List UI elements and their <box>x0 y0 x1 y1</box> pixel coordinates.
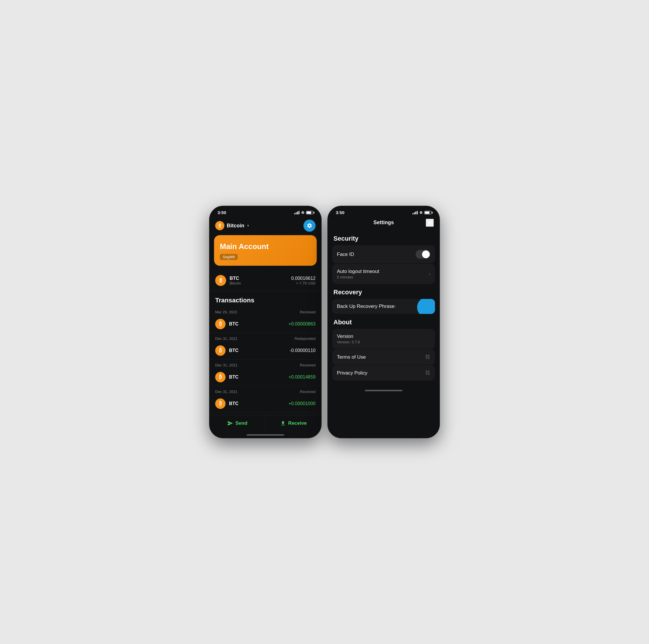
balance-amounts: 0.00016612 ≈ 7.79 USD <box>291 276 315 285</box>
tx-date-3: Dec 31, 2021Received <box>209 386 321 395</box>
link-icon: ⛓ <box>425 370 430 376</box>
tx-currency-label: BTC <box>229 375 239 380</box>
settings-item-recovery[interactable]: Back Up Recovery Phrase › <box>332 299 435 314</box>
tx-currency-label: BTC <box>229 321 239 327</box>
bitcoin-icon: ₿ <box>215 221 224 230</box>
tx-group-3: Dec 31, 2021Received ₿ BTC +0.00001000 <box>209 386 321 413</box>
balance-label: BTC <box>229 276 241 281</box>
tx-group-0: Mar 29, 2022Received ₿ BTC +0.00000863 <box>209 306 321 333</box>
wallet-header: ₿ Bitcoin ▾ <box>209 217 321 235</box>
left-phone: 3:50 ⊜ ₿ Bitcoin ▾ <box>209 206 321 438</box>
section-heading-2: About <box>334 318 434 326</box>
signal-icon <box>294 211 299 214</box>
item-main-2-1: Terms of Use <box>337 354 366 360</box>
settings-content: Security Face ID Auto logout timeout 5 m… <box>328 230 440 387</box>
bottom-bar: Send Receive <box>209 415 321 431</box>
tx-row-3[interactable]: ₿ BTC +0.00001000 <box>209 395 321 413</box>
tx-date-1: Dec 31, 2021Redeposited <box>209 333 321 342</box>
recovery-circle-decoration <box>417 299 435 314</box>
segwit-badge: SegWit <box>220 254 238 260</box>
settings-title: Settings <box>373 220 394 226</box>
link-icon: ⛓ <box>425 354 430 360</box>
wifi-icon-right: ⊜ <box>420 210 423 215</box>
battery-icon <box>306 211 313 214</box>
tx-btc-icon: ₿ <box>215 345 225 356</box>
tx-currency-label: BTC <box>229 401 239 406</box>
settings-item-0-1[interactable]: Auto logout timeout 5 minutes › <box>332 264 435 284</box>
home-indicator <box>247 434 284 436</box>
balance-labels: BTC Bitcoin <box>229 276 241 285</box>
time-right: 3:50 <box>336 210 344 215</box>
status-bar-right: 3:50 ⊜ <box>328 206 440 217</box>
signal-icon-right <box>413 211 418 214</box>
tx-row-0[interactable]: ₿ BTC +0.00000863 <box>209 315 321 333</box>
tx-btc-icon: ₿ <box>215 372 225 382</box>
tx-amount: +0.00000863 <box>289 321 315 327</box>
tx-amount: +0.00014859 <box>289 375 315 380</box>
balance-sublabel: Bitcoin <box>229 281 241 285</box>
tx-row-2[interactable]: ₿ BTC +0.00014859 <box>209 369 321 386</box>
tx-row-1[interactable]: ₿ BTC -0.00000110 <box>209 342 321 359</box>
balance-usd-amount: ≈ 7.79 USD <box>291 281 315 285</box>
settings-item-0-0[interactable]: Face ID <box>332 245 435 263</box>
coin-selector[interactable]: ₿ Bitcoin ▾ <box>215 221 249 230</box>
toggle-switch[interactable] <box>416 250 430 259</box>
tx-amount: +0.00001000 <box>289 401 315 406</box>
transactions-heading: Transactions <box>209 291 321 306</box>
tx-group-2: Dec 31, 2021Received ₿ BTC +0.00014859 <box>209 359 321 386</box>
time-left: 3:50 <box>217 210 226 215</box>
chevron-down-icon: ▾ <box>247 224 249 228</box>
receive-label: Receive <box>288 420 307 426</box>
send-button[interactable]: Send <box>209 415 265 431</box>
close-button[interactable]: ✕ <box>426 219 434 227</box>
tx-date-0: Mar 29, 2022Received <box>209 306 321 315</box>
item-main-0-1: Auto logout timeout <box>337 269 379 274</box>
send-label: Send <box>235 420 248 426</box>
section-heading-0: Security <box>334 235 434 242</box>
coin-name: Bitcoin <box>227 223 244 229</box>
settings-item-2-2[interactable]: Privacy Policy ⛓ <box>332 365 435 381</box>
settings-header: Settings ✕ <box>328 217 440 230</box>
right-phone: 3:50 ⊜ Settings ✕ Security <box>328 206 440 438</box>
tx-currency-label: BTC <box>229 348 239 353</box>
status-icons-left: ⊜ <box>294 210 313 215</box>
item-sub-2-0: Version: 3.7.9 <box>337 340 360 344</box>
tx-date-2: Dec 31, 2021Received <box>209 359 321 369</box>
receive-button[interactable]: Receive <box>265 415 321 431</box>
balance-btc-amount: 0.00016612 <box>291 276 315 281</box>
home-indicator-right <box>365 390 402 391</box>
transactions-list: Mar 29, 2022Received ₿ BTC +0.00000863 D… <box>209 306 321 413</box>
tx-btc-icon: ₿ <box>215 319 225 329</box>
chevron-right-icon: › <box>429 271 430 277</box>
tx-amount: -0.00000110 <box>290 348 315 353</box>
balance-row: ₿ BTC Bitcoin 0.00016612 ≈ 7.79 USD <box>209 270 321 291</box>
item-sub-0-1: 5 minutes <box>337 275 379 279</box>
section-heading-1: Recovery <box>334 289 434 296</box>
account-title: Main Account <box>220 242 311 251</box>
tx-btc-icon: ₿ <box>215 398 225 409</box>
chevron-right-icon: › <box>394 304 396 309</box>
settings-item-2-0: Version Version: 3.7.9 <box>332 329 435 349</box>
balance-btc-icon: ₿ <box>215 275 226 286</box>
item-main-1-0: Back Up Recovery Phrase <box>337 304 394 309</box>
settings-item-2-1[interactable]: Terms of Use ⛓ <box>332 349 435 365</box>
item-main-2-0: Version <box>337 334 360 339</box>
status-bar-left: 3:50 ⊜ <box>209 206 321 217</box>
status-icons-right: ⊜ <box>413 210 432 215</box>
battery-icon-right <box>424 211 432 214</box>
item-main-0-0: Face ID <box>337 252 354 257</box>
wifi-icon: ⊜ <box>301 210 304 215</box>
item-main-2-2: Privacy Policy <box>337 370 367 376</box>
settings-button[interactable] <box>303 220 315 232</box>
tx-group-1: Dec 31, 2021Redeposited ₿ BTC -0.0000011… <box>209 333 321 359</box>
account-card[interactable]: Main Account SegWit <box>214 235 317 266</box>
